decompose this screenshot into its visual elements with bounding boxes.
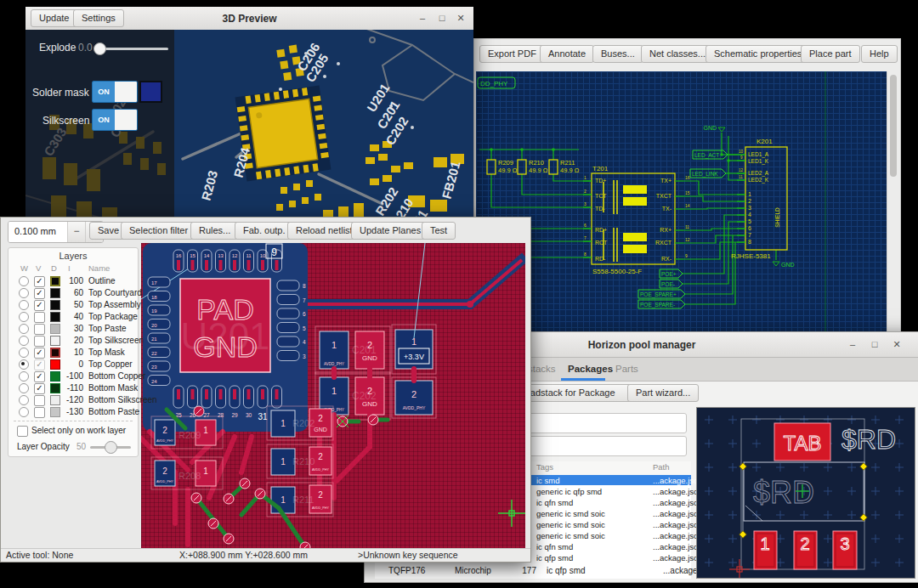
path-column-header[interactable]: Path xyxy=(653,462,670,472)
layer-row[interactable]: 60Top Courtyard xyxy=(8,287,138,299)
row-tags: generic ic smd soic xyxy=(536,509,605,518)
work-radio[interactable] xyxy=(19,276,29,286)
maximize-icon[interactable]: □ xyxy=(434,10,450,25)
export-pdf-button[interactable]: Export PDF xyxy=(479,45,545,63)
visible-checkbox[interactable] xyxy=(34,371,45,382)
explode-label: Explode xyxy=(39,42,76,54)
row-tags: generic ic smd soic xyxy=(536,520,605,529)
tab-padstacks[interactable]: stacks xyxy=(528,364,556,374)
work-radio[interactable] xyxy=(19,359,29,370)
select-work-layer-checkbox[interactable] xyxy=(17,426,28,437)
pin-number-9: 9 xyxy=(271,246,277,258)
close-icon[interactable]: ✕ xyxy=(888,336,905,352)
annotate-button[interactable]: Annotate xyxy=(540,45,594,63)
svg-text:RX-: RX- xyxy=(661,256,672,262)
solder-mask-color-swatch[interactable] xyxy=(139,81,162,103)
svg-text:8: 8 xyxy=(303,283,306,289)
test-button[interactable]: Test xyxy=(422,222,456,240)
silkscreen-toggle[interactable]: ON xyxy=(92,109,138,131)
work-radio[interactable] xyxy=(19,348,29,358)
visible-checkbox[interactable] xyxy=(34,359,45,370)
net-classes-button[interactable]: Net classes... xyxy=(641,45,714,63)
settings-button[interactable]: Settings xyxy=(73,9,124,27)
rules-button[interactable]: Rules... xyxy=(190,222,239,240)
visible-checkbox[interactable] xyxy=(34,276,45,287)
svg-text:15: 15 xyxy=(190,253,196,258)
svg-text:1: 1 xyxy=(203,466,208,476)
layer-row[interactable]: -110Bottom Mask xyxy=(8,382,138,394)
visible-checkbox[interactable] xyxy=(34,312,45,323)
work-radio[interactable] xyxy=(19,324,29,334)
layer-row[interactable]: 20Top Silkscreen xyxy=(8,335,138,347)
work-radio[interactable] xyxy=(19,336,29,346)
minimize-icon[interactable]: – xyxy=(844,336,861,352)
visible-checkbox[interactable] xyxy=(34,395,45,406)
minimize-icon[interactable]: – xyxy=(414,10,431,25)
tags-filter-input[interactable] xyxy=(518,436,687,456)
close-icon[interactable]: ✕ xyxy=(452,10,469,25)
board-canvas[interactable]: U201 PAD GND 1615 1413 1211 1 xyxy=(141,243,525,549)
layer-row[interactable]: 50Top Assembly xyxy=(8,299,138,311)
visible-checkbox[interactable] xyxy=(34,348,45,359)
work-radio[interactable] xyxy=(19,383,29,393)
table-row-tqfp176[interactable]: TQFP176 Microchip 177 ic qfp smd ...acka… xyxy=(375,564,691,579)
visible-checkbox[interactable] xyxy=(34,300,45,311)
tab-parts[interactable]: Parts xyxy=(615,364,638,374)
visible-checkbox[interactable] xyxy=(34,288,45,299)
svg-text:TXCT: TXCT xyxy=(656,193,672,199)
work-radio[interactable] xyxy=(19,371,29,382)
layer-row[interactable]: 30Top Paste xyxy=(8,323,138,335)
visible-checkbox[interactable] xyxy=(34,383,45,394)
buses-button[interactable]: Buses... xyxy=(592,45,643,63)
svg-text:6: 6 xyxy=(584,223,586,228)
svg-text:AVDD_PHY: AVDD_PHY xyxy=(312,506,330,510)
svg-text:15: 15 xyxy=(685,191,690,195)
decrease-icon[interactable]: − xyxy=(67,222,85,242)
svg-text:AVDD_PHY: AVDD_PHY xyxy=(403,405,426,410)
layer-opacity-label: Layer Opacity xyxy=(17,442,70,451)
row-tags: ic smd xyxy=(536,476,559,485)
layer-row[interactable]: -120Bottom Silkscreen xyxy=(8,394,138,406)
svg-text:11: 11 xyxy=(739,175,743,179)
work-radio[interactable] xyxy=(19,407,29,417)
help-button[interactable]: Help xyxy=(861,45,898,63)
tags-column-header[interactable]: Tags xyxy=(536,462,553,472)
work-radio[interactable] xyxy=(19,312,29,322)
svg-text:1: 1 xyxy=(280,419,286,428)
package-preview-canvas[interactable]: TAB $RD $RD 1 xyxy=(696,407,915,579)
svg-text:11: 11 xyxy=(246,253,252,258)
package-search-input[interactable] xyxy=(518,413,687,433)
svg-text:16: 16 xyxy=(685,176,690,180)
reload-netlist-button[interactable]: Reload netlist xyxy=(287,222,361,240)
update-planes-button[interactable]: Update Planes xyxy=(351,222,429,240)
fab-output-button[interactable]: Fab. outp. xyxy=(235,222,294,240)
part-wizard-button[interactable]: Part wizard... xyxy=(627,384,699,402)
visible-checkbox[interactable] xyxy=(34,336,45,347)
net-label: DD_PHY xyxy=(480,80,508,88)
work-radio[interactable] xyxy=(19,300,29,310)
layer-row[interactable]: -100Bottom Copper xyxy=(8,370,138,382)
silkscreen-label: Silkscreen xyxy=(42,115,89,127)
layer-row[interactable]: 10Top Mask xyxy=(8,347,138,359)
svg-text:POE+: POE+ xyxy=(661,271,677,277)
svg-text:GND: GND xyxy=(314,427,327,433)
tab-packages[interactable]: Packages xyxy=(568,364,613,374)
maximize-icon[interactable]: □ xyxy=(866,336,883,352)
work-radio[interactable] xyxy=(19,288,29,298)
svg-text:14: 14 xyxy=(685,204,690,208)
row-path: ...ackage.json xyxy=(653,553,703,563)
explode-slider-handle[interactable] xyxy=(94,42,106,55)
place-part-button[interactable]: Place part xyxy=(801,45,860,63)
layer-row-active[interactable]: 0Top Copper xyxy=(8,359,138,370)
layer-row[interactable]: 100Outline xyxy=(8,275,138,287)
preview3d-titlebar[interactable]: 3D Preview Update Settings – □ ✕ xyxy=(26,7,473,31)
work-radio[interactable] xyxy=(19,395,29,405)
visible-checkbox[interactable] xyxy=(34,324,45,335)
visible-checkbox[interactable] xyxy=(34,407,45,418)
solder-mask-toggle[interactable]: ON xyxy=(92,81,138,103)
layer-row[interactable]: -130Bottom Paste xyxy=(8,406,138,418)
update-button[interactable]: Update xyxy=(31,9,77,27)
opacity-slider-handle[interactable] xyxy=(105,441,117,454)
layer-row[interactable]: 40Top Package xyxy=(8,311,138,323)
selection-filter-button[interactable]: Selection filter xyxy=(121,222,196,240)
